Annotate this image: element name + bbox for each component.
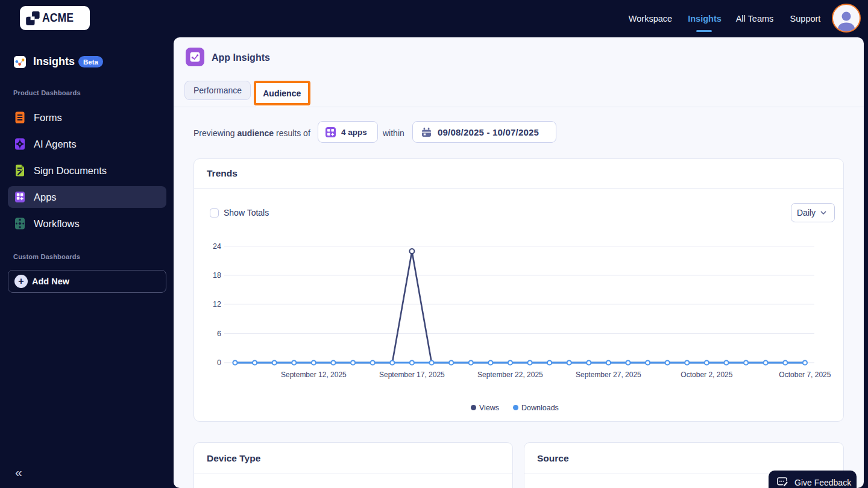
svg-text:September 22, 2025: September 22, 2025 xyxy=(477,371,543,379)
svg-text:6: 6 xyxy=(217,330,221,338)
svg-text:September 12, 2025: September 12, 2025 xyxy=(281,371,347,379)
svg-text:October 7, 2025: October 7, 2025 xyxy=(779,371,831,379)
svg-text:October 2, 2025: October 2, 2025 xyxy=(681,371,732,379)
svg-text:September 27, 2025: September 27, 2025 xyxy=(576,371,641,379)
svg-text:18: 18 xyxy=(213,271,221,280)
svg-text:0: 0 xyxy=(217,358,221,367)
svg-text:Views: Views xyxy=(479,404,499,412)
svg-text:September 17, 2025: September 17, 2025 xyxy=(379,371,445,379)
svg-text:24: 24 xyxy=(213,242,221,251)
svg-text:Downloads: Downloads xyxy=(521,404,559,412)
svg-text:12: 12 xyxy=(213,300,221,308)
